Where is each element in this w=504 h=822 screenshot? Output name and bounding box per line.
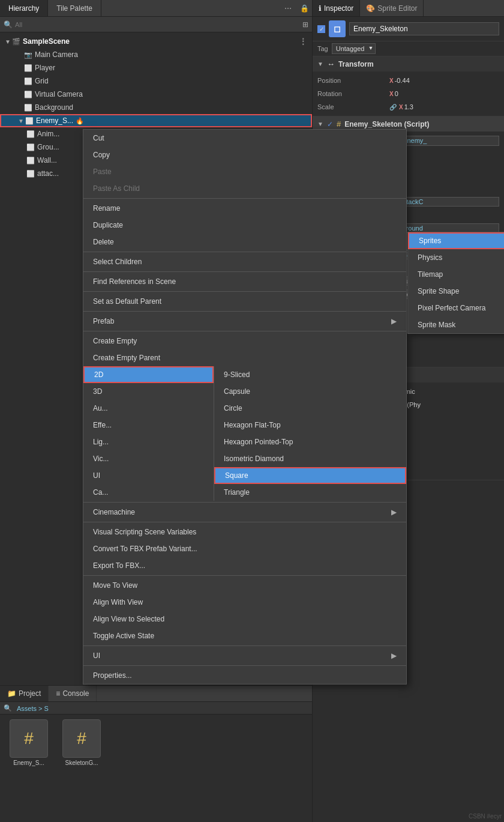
search-icon: 🔍	[4, 20, 13, 29]
cm-duplicate[interactable]: Duplicate	[83, 217, 406, 234]
cm-2d-9sliced[interactable]: 9-Sliced	[214, 366, 406, 383]
hierarchy-search-bar: 🔍 ⊞	[0, 17, 312, 32]
tag-row: Tag Untagged ▼	[313, 41, 504, 56]
cm-create-empty-parent[interactable]: Create Empty Parent	[83, 349, 406, 366]
cm-ui-item[interactable]: UI	[83, 467, 214, 484]
cm-prefab[interactable]: Prefab ▶	[83, 313, 406, 330]
cm-rename[interactable]: Rename	[83, 200, 406, 217]
hierarchy-item-player[interactable]: ⬜ Player	[0, 61, 312, 74]
cm-select-children[interactable]: Select Children	[83, 253, 406, 270]
rotation-xyz: X 0	[389, 90, 499, 97]
prop-scale: Scale 🔗 X 1.3	[317, 100, 499, 113]
bg-icon: ⬜	[24, 104, 32, 112]
scale-xyz: 🔗 X 1.3	[389, 103, 499, 110]
position-xyz: X -0.44	[389, 77, 499, 84]
cm-2d-main: 2D 3D Au... Effe... Lig... Vic... UI Ca.…	[83, 366, 214, 501]
cm-sep-5	[83, 311, 406, 312]
sm-sprites-title[interactable]: Sprites ▶	[408, 232, 504, 249]
cm-sep-10	[83, 645, 406, 646]
tag-dropdown[interactable]: Untagged ▼	[332, 43, 376, 54]
cm-vic-item[interactable]: Vic...	[83, 450, 214, 467]
scale-x-group: X 1.3	[399, 103, 413, 110]
hierarchy-item-virtual-camera[interactable]: ⬜ Virtual Camera	[0, 88, 312, 101]
cm-toggle-active[interactable]: Toggle Active State	[83, 627, 406, 644]
prefab-arrow: ▶	[391, 317, 397, 325]
sm-sprite-shape[interactable]: Sprite Shape ▶	[408, 283, 504, 300]
cm-au-item[interactable]: Au...	[83, 400, 214, 417]
sm-physics[interactable]: Physics ▶	[408, 249, 504, 266]
tab-more-btn[interactable]: ⋯	[280, 0, 296, 16]
asset-item-skeleton[interactable]: # SkeletonG...	[58, 719, 106, 766]
cm-copy[interactable]: Copy	[83, 147, 406, 163]
cm-2d-sub: 9-Sliced Capsule Circle Hexagon Flat-Top…	[214, 366, 406, 501]
cm-ui[interactable]: UI ▶	[83, 647, 406, 664]
tab-tile-palette[interactable]: Tile Palette	[48, 0, 101, 16]
hierarchy-item-background[interactable]: ⬜ Background	[0, 101, 312, 114]
cm-3d-item[interactable]: 3D	[83, 383, 214, 400]
script-arrow: ▼	[317, 121, 323, 127]
cm-convert-fbx[interactable]: Convert To FBX Prefab Variant...	[83, 540, 406, 557]
cm-align-with-view[interactable]: Align With View	[83, 594, 406, 611]
cm-lig-item[interactable]: Lig...	[83, 434, 214, 450]
cm-export-fbx[interactable]: Export To FBX...	[83, 557, 406, 574]
script-checkbox: ✓	[327, 120, 333, 128]
transform-header[interactable]: ▼ ↔ Transform	[313, 56, 504, 71]
cm-2d-square[interactable]: Square	[214, 467, 406, 484]
hierarchy-item-enemy-skeleton[interactable]: ▼ ⬜ Enemy_S... 🔥	[0, 114, 312, 127]
hierarchy-item-grid[interactable]: ⬜ Grid	[0, 74, 312, 88]
prop-rotation: Rotation X 0	[317, 87, 499, 100]
transform-component: ▼ ↔ Transform Position X -0.44 Rotation …	[313, 56, 504, 116]
cm-cinemachine[interactable]: Cinemachine ▶	[83, 504, 406, 521]
cm-2d-hexflat[interactable]: Hexagon Flat-Top	[214, 417, 406, 434]
cm-visual-scripting[interactable]: Visual Scripting Scene Variables	[83, 524, 406, 540]
cm-set-default-parent[interactable]: Set as Default Parent	[83, 293, 406, 310]
cm-2d-isometric[interactable]: Isometric Diamond	[214, 450, 406, 467]
cm-sep-4	[83, 291, 406, 292]
obj-cube-icon: ◻	[329, 20, 346, 37]
cm-cut[interactable]: Cut	[83, 130, 406, 147]
cm-sep-11	[83, 665, 406, 666]
search-input[interactable]	[15, 21, 302, 28]
sm-tilemap[interactable]: Tilemap ▶	[408, 266, 504, 283]
tab-inspector[interactable]: ℹ Inspector	[313, 0, 360, 16]
sm-pixel-perfect[interactable]: Pixel Perfect Camera	[408, 300, 504, 316]
cm-delete[interactable]: Delete	[83, 234, 406, 250]
tab-console[interactable]: ≡ Console	[49, 686, 97, 701]
cm-paste[interactable]: Paste	[83, 163, 406, 180]
asset-item-enemy[interactable]: # Enemy_S...	[5, 719, 53, 766]
scale-lock-group: 🔗	[389, 103, 397, 110]
cm-2d-hexpointed[interactable]: Hexagon Pointed-Top	[214, 434, 406, 450]
obj-name-field[interactable]	[349, 22, 499, 35]
hierarchy-item-main-camera[interactable]: 📷 Main Camera	[0, 48, 312, 61]
cm-2d-capsule[interactable]: Capsule	[214, 383, 406, 400]
camera-icon: 📷	[24, 51, 32, 59]
search-icon-assets: 🔍	[4, 704, 12, 712]
tab-sprite-editor[interactable]: 🎨 Sprite Editor	[360, 0, 424, 16]
cm-2d-triangle[interactable]: Triangle	[214, 484, 406, 501]
cm-2d-circle[interactable]: Circle	[214, 400, 406, 417]
cm-ca-item[interactable]: Ca...	[83, 484, 214, 501]
cm-2d-row: 2D 3D Au... Effe... Lig... Vic... UI Ca.…	[83, 366, 406, 501]
cm-paste-as-child[interactable]: Paste As Child	[83, 180, 406, 197]
assets-breadcrumb: 🔍 Assets > S	[0, 703, 312, 715]
tab-lock-btn[interactable]: 🔒	[296, 0, 312, 16]
tab-project[interactable]: 📁 Project	[0, 686, 49, 701]
cm-2d-item[interactable]: 2D	[83, 366, 214, 383]
sprite-icon: 🎨	[366, 4, 375, 13]
obj-active-checkbox[interactable]: ✓	[317, 25, 325, 33]
lock-icon: 🔗	[389, 104, 397, 110]
cm-properties[interactable]: Properties...	[83, 667, 406, 684]
scene-dots-btn[interactable]: ⋮	[299, 37, 307, 46]
cm-sep-8	[83, 522, 406, 522]
hash-icon: #	[24, 729, 34, 748]
transform-arrow: ▼	[317, 61, 323, 67]
cm-move-to-view[interactable]: Move To View	[83, 577, 406, 594]
cm-create-empty[interactable]: Create Empty	[83, 333, 406, 349]
cm-align-view-to-selected[interactable]: Align View to Selected	[83, 611, 406, 627]
hierarchy-item-scene[interactable]: ▼ 🎬 SampleScene ⋮	[0, 35, 312, 48]
cm-find-references[interactable]: Find References in Scene	[83, 273, 406, 290]
tab-hierarchy[interactable]: Hierarchy	[0, 0, 48, 16]
sm-sprite-mask[interactable]: Sprite Mask	[408, 316, 504, 333]
cm-effe-item[interactable]: Effe...	[83, 417, 214, 434]
wall-icon: ⬜	[26, 157, 35, 165]
